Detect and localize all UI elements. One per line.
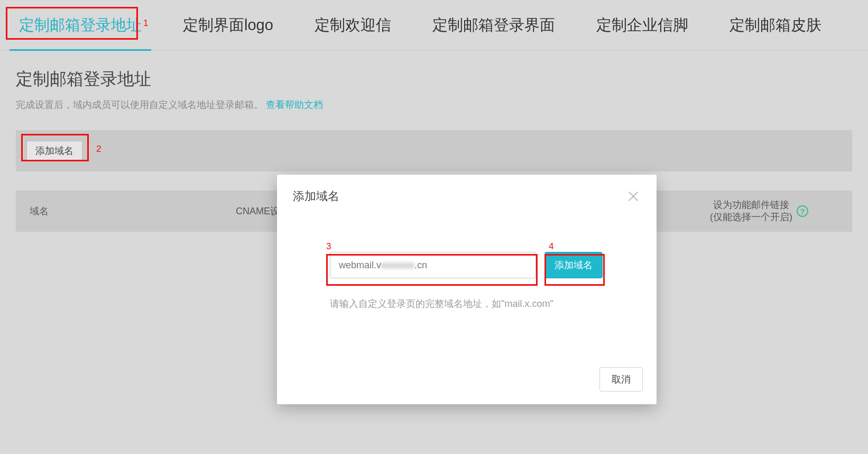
help-icon[interactable]: ? (797, 205, 808, 217)
tab-custom-footer[interactable]: 定制企业信脚 (587, 0, 698, 50)
close-icon[interactable] (626, 189, 641, 204)
modal-title: 添加域名 (293, 188, 339, 204)
domain-input-suffix: .cn (414, 260, 427, 271)
col-func-line2: (仅能选择一个开启) (710, 211, 792, 223)
tab-custom-logo[interactable]: 定制界面logo (173, 0, 283, 50)
help-doc-link[interactable]: 查看帮助文档 (266, 99, 323, 110)
col-func-line1: 设为功能邮件链接 (713, 199, 789, 211)
toolbar: 添加域名 (16, 130, 852, 171)
tab-custom-welcome[interactable]: 定制欢迎信 (305, 0, 401, 50)
modal-header: 添加域名 (277, 175, 657, 204)
tab-custom-skin[interactable]: 定制邮箱皮肤 (720, 0, 831, 50)
tab-custom-login-url[interactable]: 定制邮箱登录地址 (10, 0, 151, 50)
col-func: 设为功能邮件链接 (仅能选择一个开启) ? (680, 199, 838, 224)
modal-cancel-button[interactable]: 取消 (599, 367, 643, 392)
domain-input-hidden: xxxxxxx (381, 260, 414, 271)
modal-hint: 请输入自定义登录页的完整域名地址，如"mail.x.com" (330, 297, 604, 310)
modal-footer: 取消 (277, 367, 657, 404)
col-domain: 域名 (30, 205, 236, 217)
domain-input-prefix: webmail.v (339, 260, 381, 271)
modal-body: webmail.v xxxxxxx .cn 添加域名 请输入自定义登录页的完整域… (277, 204, 657, 310)
domain-input[interactable]: webmail.v xxxxxxx .cn (330, 252, 536, 278)
add-domain-modal: 添加域名 webmail.v xxxxxxx .cn 添加域名 请输入自定义登录… (277, 175, 657, 404)
tab-custom-login-page[interactable]: 定制邮箱登录界面 (423, 0, 565, 50)
section-title: 定制邮箱登录地址 (16, 68, 852, 91)
tabs-bar: 定制邮箱登录地址 定制界面logo 定制欢迎信 定制邮箱登录界面 定制企业信脚 … (0, 0, 868, 51)
section-desc: 完成设置后，域内成员可以使用自定义域名地址登录邮箱。 查看帮助文档 (16, 98, 852, 111)
add-domain-button[interactable]: 添加域名 (26, 141, 82, 161)
section-desc-text: 完成设置后，域内成员可以使用自定义域名地址登录邮箱。 (16, 99, 263, 110)
modal-add-domain-button[interactable]: 添加域名 (544, 252, 603, 278)
